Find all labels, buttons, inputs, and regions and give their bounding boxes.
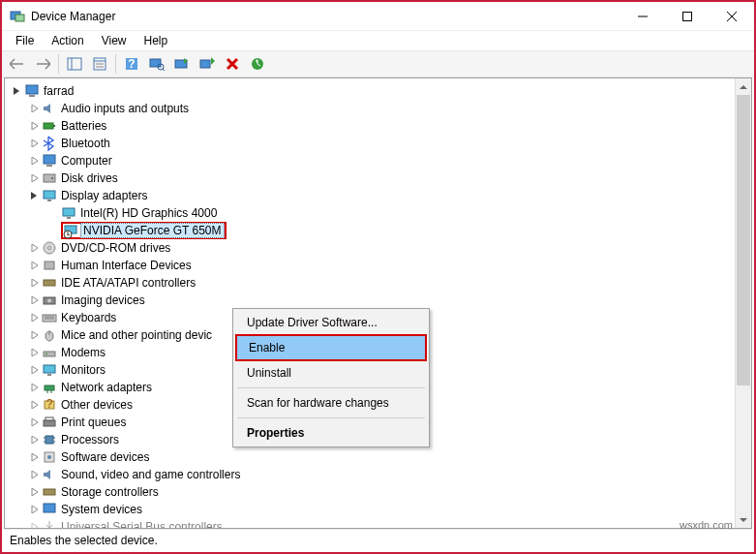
tree-node[interactable]: Bluetooth (7, 135, 749, 152)
context-menu-scan-hardware[interactable]: Scan for hardware changes (235, 391, 427, 415)
svg-rect-49 (45, 385, 54, 390)
context-menu-update-driver[interactable]: Update Driver Software... (235, 311, 427, 334)
expand-arrow-icon[interactable] (28, 189, 42, 202)
device-tree[interactable]: farrad Audio inputs and outputs Batterie… (5, 78, 751, 529)
menu-file[interactable]: File (8, 32, 42, 49)
forward-button[interactable] (31, 52, 54, 76)
minimize-button[interactable] (620, 2, 665, 31)
tree-root[interactable]: farrad (7, 82, 749, 100)
display-icon (42, 188, 57, 203)
tree-node[interactable]: System devices (7, 501, 749, 518)
computer-icon (24, 83, 40, 99)
collapse-arrow-icon[interactable] (28, 450, 42, 464)
scroll-down-button[interactable] (736, 511, 751, 528)
collapse-arrow-icon[interactable] (28, 503, 42, 516)
collapse-arrow-icon[interactable] (28, 346, 42, 359)
tree-node[interactable]: Disk drives (7, 169, 749, 187)
software-icon (42, 449, 57, 465)
status-text: Enables the selected device. (10, 534, 158, 547)
scrollbar-thumb[interactable] (737, 95, 750, 385)
tree-node[interactable]: Audio inputs and outputs (7, 100, 749, 117)
svg-rect-47 (44, 365, 55, 373)
collapse-arrow-icon[interactable] (28, 381, 42, 394)
ide-icon (42, 275, 57, 291)
svg-point-35 (48, 247, 51, 250)
tree-node[interactable]: Human Interface Devices (7, 257, 749, 274)
collapse-arrow-icon[interactable] (28, 398, 42, 412)
collapse-arrow-icon[interactable] (28, 468, 42, 481)
tree-node[interactable]: Computer (7, 152, 749, 169)
help-button[interactable]: ? (120, 52, 143, 76)
svg-rect-3 (683, 12, 692, 20)
svg-rect-1 (15, 15, 24, 21)
collapse-arrow-icon[interactable] (28, 485, 42, 499)
collapse-arrow-icon[interactable] (28, 119, 42, 133)
camera-icon (42, 292, 57, 308)
svg-rect-28 (44, 191, 55, 199)
collapse-arrow-icon[interactable] (28, 171, 42, 185)
other-icon: ? (42, 397, 57, 413)
disk-icon (42, 170, 57, 186)
collapse-arrow-icon[interactable] (28, 154, 42, 168)
expand-arrow-icon[interactable] (11, 84, 24, 98)
collapse-arrow-icon[interactable] (28, 241, 42, 255)
context-menu-properties[interactable]: Properties (235, 421, 427, 445)
context-menu-enable[interactable]: Enable (237, 336, 425, 359)
collapse-arrow-icon[interactable] (28, 328, 42, 342)
svg-rect-45 (44, 352, 55, 356)
uninstall-button[interactable] (221, 52, 244, 76)
tree-node[interactable]: Universal Serial Bus controllers (7, 518, 749, 529)
system-icon (42, 502, 57, 517)
collapse-arrow-icon[interactable] (28, 259, 42, 272)
svg-rect-26 (44, 174, 55, 182)
menu-action[interactable]: Action (44, 32, 91, 49)
tree-node[interactable]: Batteries (7, 117, 749, 135)
statusbar: Enables the selected device. (4, 529, 752, 550)
tree-node[interactable]: Sound, video and game controllers (7, 466, 749, 483)
update-driver-button[interactable] (170, 52, 194, 76)
tree-node[interactable]: IDE ATA/ATAPI controllers (7, 274, 749, 292)
vertical-scrollbar[interactable] (735, 78, 751, 528)
collapse-arrow-icon[interactable] (28, 293, 42, 307)
svg-rect-24 (44, 155, 55, 164)
collapse-arrow-icon[interactable] (28, 433, 42, 446)
collapse-arrow-icon[interactable] (28, 416, 42, 429)
properties-button[interactable] (88, 52, 111, 76)
svg-point-27 (51, 177, 53, 179)
menu-help[interactable]: Help (136, 32, 176, 49)
collapse-arrow-icon[interactable] (28, 137, 42, 150)
svg-rect-37 (44, 280, 55, 286)
collapse-arrow-icon[interactable] (28, 520, 42, 529)
tree-leaf[interactable]: Intel(R) HD Graphics 4000 (7, 204, 749, 222)
close-button[interactable] (710, 2, 754, 31)
maximize-button[interactable] (665, 2, 710, 31)
svg-rect-20 (26, 85, 38, 94)
menu-view[interactable]: View (94, 32, 135, 49)
collapse-arrow-icon[interactable] (28, 363, 42, 377)
tree-node[interactable]: Storage controllers (7, 483, 749, 501)
svg-rect-56 (45, 436, 53, 444)
show-hide-tree-button[interactable] (63, 52, 86, 76)
svg-point-39 (47, 299, 51, 303)
context-menu-separator (237, 417, 425, 418)
enable-button[interactable] (196, 52, 219, 76)
scroll-up-button[interactable] (736, 78, 751, 95)
tree-node[interactable]: Software devices (7, 448, 749, 466)
svg-rect-48 (47, 374, 51, 376)
collapse-arrow-icon[interactable] (28, 276, 42, 290)
svg-rect-29 (47, 200, 51, 201)
app-icon (10, 9, 25, 24)
battery-icon (42, 118, 57, 134)
collapse-arrow-icon[interactable] (28, 311, 42, 324)
tree-node[interactable]: DVD/CD-ROM drives (7, 239, 749, 257)
collapse-arrow-icon[interactable] (28, 102, 42, 115)
tree-node-display-adapters[interactable]: Display adapters (7, 187, 749, 204)
scan-hardware-button[interactable] (145, 52, 168, 76)
display-icon (61, 205, 76, 221)
back-button[interactable] (6, 52, 29, 76)
tree-node[interactable]: Imaging devices (7, 292, 749, 309)
tree-leaf-selected[interactable]: NVIDIA GeForce GT 650M (7, 222, 749, 239)
scan-changes-button[interactable] (246, 52, 269, 76)
svg-rect-55 (45, 417, 53, 420)
context-menu-uninstall[interactable]: Uninstall (235, 361, 427, 385)
